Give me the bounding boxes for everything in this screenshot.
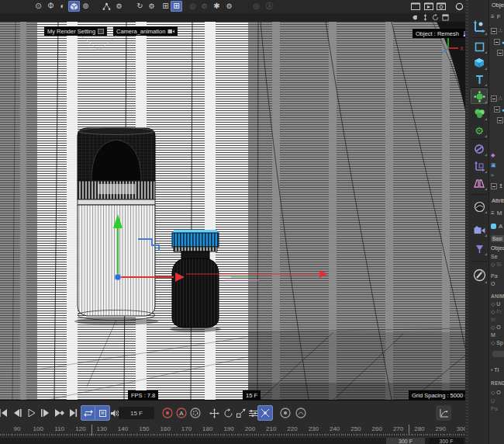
tree-row[interactable]: ● <box>494 39 504 45</box>
orbit-rotate-icon[interactable] <box>430 13 440 22</box>
record-keyframe-button[interactable] <box>160 405 175 421</box>
goto-end-button[interactable] <box>65 405 81 421</box>
attribute-row[interactable]: In <box>491 317 495 322</box>
autokey-circle-icon[interactable]: Ⓐ <box>264 1 275 12</box>
mode-menu-label[interactable]: M <box>497 210 502 217</box>
attribute-section-header[interactable]: ANIM <box>491 293 504 299</box>
attribute-row[interactable]: ◇ Fr <box>491 309 502 315</box>
bend-deformer-tool[interactable] <box>471 141 488 157</box>
timeline-ruler[interactable]: 9010011012013014015016017018019020021022… <box>0 425 465 438</box>
sphere-shaded-icon[interactable]: ◐ <box>57 1 68 12</box>
record-position-button[interactable] <box>206 405 222 421</box>
snap-icon[interactable]: ✱ <box>211 1 223 12</box>
play-button[interactable] <box>23 405 39 421</box>
circle-line-icon[interactable]: Φ <box>45 1 57 12</box>
ring-icon[interactable]: ◎ <box>250 1 262 12</box>
record-pla-button[interactable] <box>257 405 273 421</box>
end-frame-field[interactable]: 300 F <box>429 438 464 444</box>
rotate-tool-icon[interactable]: ↻ <box>134 1 146 12</box>
attribute-button[interactable] <box>492 351 504 357</box>
gear-icon[interactable]: ⚙ <box>113 1 125 12</box>
attribute-row[interactable]: ◇ O <box>491 324 501 331</box>
tab-object[interactable]: Objec <box>491 245 504 251</box>
maximize-view-icon[interactable] <box>440 13 450 22</box>
metaball-generator-tool[interactable] <box>471 106 488 121</box>
axis-icon[interactable]: ↥ <box>499 183 503 189</box>
wave-icon[interactable]: ≈ <box>491 172 494 178</box>
attribute-row[interactable]: ◇ U <box>491 301 500 307</box>
attribute-row[interactable]: ◇ Sl <box>491 262 502 268</box>
viewport[interactable]: X My Render Setting Camera_animation Obj… <box>0 22 465 400</box>
null-dots-icon[interactable]: ∴ <box>499 95 502 102</box>
tree-row[interactable]: ∴ <box>491 28 502 34</box>
dolly-zoom-icon[interactable] <box>420 13 430 22</box>
gear-icon[interactable]: ⚙ <box>146 1 157 12</box>
cube-mode-icon[interactable] <box>68 1 80 12</box>
next-key-button[interactable] <box>51 405 67 421</box>
attribute-row[interactable]: › TI <box>491 367 499 373</box>
expand-toggle-icon[interactable] <box>491 95 497 102</box>
attribute-row[interactable]: U <box>491 398 495 404</box>
expand-toggle-icon[interactable] <box>494 106 500 113</box>
tree-row[interactable]: ∴ <box>491 95 502 102</box>
tree-row[interactable]: ▫ <box>497 117 504 123</box>
camera-tool[interactable] <box>471 222 488 238</box>
axis-modify-tool[interactable] <box>471 158 488 174</box>
expand-toggle-icon[interactable] <box>497 117 503 123</box>
text-tool[interactable] <box>471 71 488 87</box>
preview-end-frame[interactable]: 300 F <box>386 438 425 444</box>
tree-row[interactable]: ▫ <box>497 50 504 56</box>
grid-snap-icon[interactable]: ⊞ <box>171 1 182 12</box>
render-setting-chip[interactable]: My Render Setting <box>44 26 107 36</box>
attribute-row[interactable]: Pa <box>491 273 498 279</box>
attribute-section-header[interactable]: REND <box>491 380 504 386</box>
symmetry-tool[interactable] <box>471 175 488 191</box>
environment-sphere-tool[interactable] <box>471 199 488 214</box>
object-manager-menu[interactable]: ≡ F <box>491 13 501 20</box>
field-icon[interactable]: ▣ <box>491 162 496 168</box>
fcurve-mode-button[interactable] <box>436 405 451 421</box>
stage-tool[interactable] <box>471 241 488 256</box>
attribute-row[interactable]: ◇ O <box>491 390 501 396</box>
grid-icon[interactable]: ⊞ <box>160 1 171 12</box>
loop-playback-button[interactable] <box>81 405 96 421</box>
sculpt-pen-tool[interactable] <box>471 265 488 284</box>
expand-toggle-icon[interactable] <box>491 28 497 34</box>
autokey-button[interactable]: A <box>174 405 189 421</box>
cube-primitive-tool[interactable] <box>471 55 488 71</box>
hierarchy-icon[interactable] <box>101 1 112 12</box>
selected-object-row[interactable]: A <box>491 223 502 230</box>
tab-basic[interactable]: Basi <box>491 235 504 242</box>
gear-icon[interactable]: ⚙ <box>223 1 235 12</box>
previous-key-button[interactable] <box>9 405 25 421</box>
hamburger-icon[interactable]: ≡ <box>491 13 495 20</box>
subdivision-surface-tool[interactable] <box>471 88 488 104</box>
next-frame-button[interactable] <box>37 405 53 421</box>
attributes-menu[interactable]: ≡ M <box>491 210 502 217</box>
null-dots-icon[interactable]: ∴ <box>499 28 502 34</box>
tree-row[interactable]: ▣ <box>491 162 496 168</box>
camera-chip[interactable]: Camera_animation <box>113 26 178 36</box>
tree-row[interactable]: ↥ <box>491 183 503 189</box>
tree-row[interactable]: ≈ <box>491 172 494 178</box>
attribute-row[interactable]: O <box>491 281 495 286</box>
sphere-child-icon[interactable]: ⊚ <box>80 1 91 12</box>
tree-row[interactable]: ◆ <box>491 152 495 158</box>
circle-dot-icon[interactable]: ⊙ <box>33 1 44 12</box>
render-view-button[interactable] <box>409 1 421 12</box>
attribute-row[interactable]: ◇ Sp <box>491 340 503 346</box>
file-menu-label[interactable]: F <box>497 13 501 20</box>
gear-icon[interactable]: ⚙ <box>198 1 210 12</box>
solo-off-button[interactable] <box>278 405 293 421</box>
attribute-row[interactable]: Pa <box>491 406 498 411</box>
spline-pen-tool[interactable] <box>471 17 488 36</box>
hamburger-icon[interactable]: ≡ <box>491 210 495 217</box>
expand-toggle-icon[interactable] <box>497 50 503 56</box>
rectangle-spline-tool[interactable] <box>471 39 488 54</box>
expand-toggle-icon[interactable] <box>491 183 497 189</box>
spline-icon[interactable]: ◆ <box>491 152 495 158</box>
attribute-row[interactable]: Se <box>491 254 498 259</box>
tree-row[interactable]: ● <box>494 106 504 113</box>
pan-hand-icon[interactable] <box>410 13 419 22</box>
simulate-ring-icon[interactable] <box>454 1 465 12</box>
